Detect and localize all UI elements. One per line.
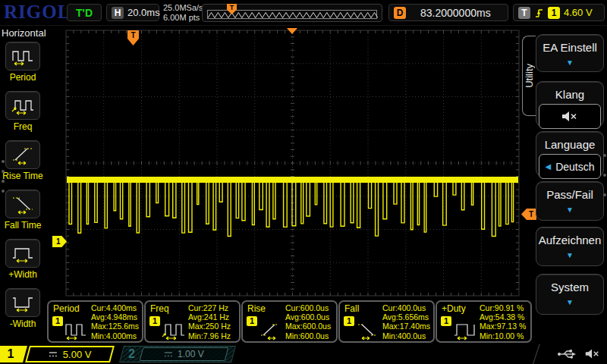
acquisition-info: 25.0MSa/s 6.00M pts [163, 3, 203, 23]
chevron-down-icon: ▼ [536, 58, 603, 67]
dc-coupling-icon [49, 351, 58, 358]
language-selected-value: Deutsch [555, 161, 594, 173]
channel-badge: 1 [52, 316, 63, 326]
trigger-label: T [518, 7, 530, 19]
speaker-muted-icon [584, 348, 601, 359]
menu-item-freq[interactable]: Freq [0, 91, 46, 132]
chevron-down-icon: ▼ [536, 206, 603, 214]
left-measure-menu: Horizontal Period Freq Rise Time [0, 25, 46, 344]
menu-item-fall-time[interactable]: Fall Time [0, 190, 46, 231]
channel2-inner: 1.00 V [139, 347, 228, 361]
period-icon [11, 46, 35, 67]
measurement-panel-duty: +Duty 1 Cur:90.91 % Avg:54.38 % Max:97.1… [436, 300, 532, 343]
trigger-position-marker-icon[interactable]: T [127, 30, 139, 46]
trigger-status-text: T'D [76, 7, 93, 19]
channel-badge: 1 [149, 316, 160, 326]
dc-coupling-icon [164, 351, 173, 358]
channel1-scale-box[interactable]: 5.00 V [25, 346, 115, 362]
right-menu-page-dots [603, 154, 606, 196]
channel-badge: 1 [344, 316, 354, 326]
chevron-left-icon: ◀ [545, 162, 551, 171]
memory-depth: 6.00M pts [163, 13, 203, 23]
freq-glyph-icon [162, 318, 186, 341]
softkey-ea-einstell[interactable]: EA Einstell ▼ [536, 34, 604, 72]
menu-item-pos-width[interactable]: +Width [0, 239, 46, 280]
measurement-panel-rise: Rise 1 Cur:600.0us Avg:600.0us Max:600.0… [241, 300, 338, 343]
menu-item-rise-time[interactable]: Rise Time [0, 140, 46, 181]
right-utility-menu: Utility EA Einstell ▼ Klang Language ◀ D… [522, 25, 607, 344]
period-glyph-icon [64, 318, 89, 341]
rising-edge-icon [534, 7, 544, 19]
bezel-divider [532, 344, 539, 364]
sample-rate: 25.0MSa/s [163, 3, 203, 13]
delay-label: D [394, 7, 406, 19]
freq-icon [11, 95, 35, 116]
channel1-scale: 5.00 V [63, 349, 92, 360]
menu-item-period[interactable]: Period [0, 42, 46, 83]
memory-position-thumbnail[interactable]: T [202, 4, 382, 22]
horizontal-timebase-box[interactable]: H 20.0ms [106, 4, 159, 21]
measurement-panel-fall: Fall 1 Cur:400.0us Avg:5.656ms Max:17.40… [338, 300, 435, 343]
speaker-muted-icon [561, 111, 579, 122]
channel-badge: 1 [247, 316, 257, 326]
measurement-panel-freq: Freq 1 Cur:227 Hz Avg:241 Hz Max:250 Hz … [144, 300, 241, 343]
channel2-tab: 2 [128, 347, 135, 361]
channel-status-bar: 1 5.00 V 2 1.00 V [0, 345, 607, 364]
timebase-value: 20.0ms [127, 7, 160, 18]
softkey-klang[interactable]: Klang [536, 81, 604, 127]
channel-badge: 1 [441, 316, 451, 326]
plus-width-icon [11, 243, 35, 264]
softkey-pass-fail[interactable]: Pass/Fail ▼ [536, 181, 604, 221]
trigger-status-badge: T'D [67, 4, 102, 21]
system-status-icons [557, 347, 601, 360]
brand-logo: RIGOL [4, 2, 71, 23]
fall-glyph-icon [356, 318, 380, 341]
softkey-system[interactable]: System ▼ [536, 274, 604, 315]
chevron-down-icon: ▼ [536, 251, 603, 259]
rise-time-icon [11, 144, 35, 165]
horizontal-center-marker-icon[interactable] [287, 28, 297, 34]
menu-item-neg-width[interactable]: -Width [0, 288, 46, 329]
left-menu-title: Horizontal [0, 25, 46, 39]
channel2-scale: 1.00 V [178, 349, 204, 359]
utility-tab: Utility [522, 36, 536, 116]
rise-glyph-icon [259, 318, 283, 341]
delay-value: 83.2000000ms [420, 7, 491, 19]
channel1-tab[interactable]: 1 [0, 346, 27, 362]
left-menu-page-dots [2, 160, 5, 193]
softkey-language[interactable]: Language ◀ Deutsch [536, 131, 604, 177]
trigger-source-badge: 1 [548, 7, 560, 19]
top-status-bar: RIGOL T'D H 20.0ms 25.0MSa/s 6.00M pts T… [0, 0, 607, 26]
channel2-scale-box[interactable]: 2 1.00 V [119, 346, 236, 362]
measurement-panel-period: Period 1 Cur:4.400ms Avg:4.948ms Max:125… [47, 300, 143, 343]
softkey-aufzeichnen[interactable]: Aufzeichnen ▼ [536, 227, 604, 266]
usb-icon [557, 347, 577, 360]
trigger-settings-box[interactable]: T 1 4.60 V [513, 4, 605, 21]
duty-glyph-icon [453, 318, 477, 341]
horizontal-label: H [112, 7, 124, 19]
trigger-level-value: 4.60 V [564, 7, 593, 18]
minus-width-icon [11, 292, 35, 313]
chevron-down-icon: ▼ [536, 298, 603, 306]
trigger-delay-box[interactable]: D 83.2000000ms [388, 4, 508, 21]
channel1-ground-marker-icon[interactable]: 1 [52, 236, 67, 247]
fall-time-icon [11, 193, 35, 215]
oscilloscope-screen: RIGOL T'D H 20.0ms 25.0MSa/s 6.00M pts T… [0, 0, 607, 364]
